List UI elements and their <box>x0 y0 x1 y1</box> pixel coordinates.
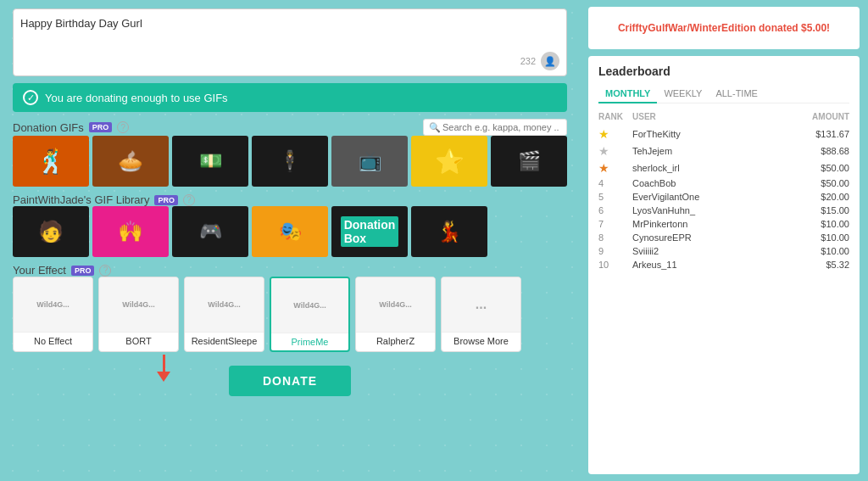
effect-thumb: ... <box>442 277 520 333</box>
leaderboard-row: 7 MrPinkertonn $10.00 <box>598 217 849 231</box>
rank-number: 7 <box>598 219 604 229</box>
leaderboard-row: ★ sherlock_irl $50.00 <box>598 159 849 176</box>
gif-thumb: 🕺 <box>13 136 89 187</box>
rank-icon: ★ <box>598 127 609 141</box>
pro-badge-gifs: PRO <box>89 122 113 132</box>
donate-area: DONATE <box>13 359 567 396</box>
header-amount: AMOUNT <box>798 112 849 121</box>
lb-username: Sviiiii2 <box>632 246 798 256</box>
gif-item[interactable]: 🎬 <box>491 136 567 187</box>
gif-thumb: 🎬 <box>491 136 567 187</box>
gif-item[interactable]: 🙌 <box>92 206 169 257</box>
effect-label: ResidentSleepe <box>185 333 264 350</box>
effect-card-no-effect[interactable]: Wild4G... No Effect <box>13 277 93 352</box>
arrow-indicator <box>157 355 170 382</box>
effect-label: PrimeMe <box>271 333 348 350</box>
pro-badge-effects: PRO <box>71 266 95 276</box>
lb-rank: 8 <box>598 232 632 243</box>
effect-card-browse-more[interactable]: ... Browse More <box>441 277 521 352</box>
effect-card-resident[interactable]: Wild4G... ResidentSleepe <box>184 277 264 352</box>
lb-username: Arkeus_11 <box>632 260 798 270</box>
leaderboard-row: 5 EverVigilantOne $20.00 <box>598 190 849 204</box>
donation-gifs-section: Donation GIFs PRO ? 🔍 🕺 🥧 💵 <box>13 119 567 187</box>
gif-item[interactable]: 🎮 <box>172 206 248 257</box>
leaderboard-box: Leaderboard MONTHLY WEEKLY ALL-TIME RANK… <box>588 56 860 474</box>
avatar: 👤 <box>541 52 559 70</box>
gif-thumb: 💵 <box>172 136 248 187</box>
library-gifs-header: PaintWithJade's GIF Library PRO ? <box>13 193 567 206</box>
lb-amount: $50.00 <box>798 163 849 173</box>
search-icon: 🔍 <box>429 122 441 133</box>
lb-amount: $131.67 <box>798 129 849 139</box>
gif-item[interactable]: 🧑 <box>13 206 89 257</box>
rank-number: 4 <box>598 178 604 188</box>
lb-rank: 10 <box>598 260 632 270</box>
help-icon-effects[interactable]: ? <box>99 265 111 277</box>
effect-card-primeme[interactable]: Wild4G... PrimeMe <box>270 277 350 352</box>
lb-username: LyosVanHuhn_ <box>632 205 798 215</box>
donation-banner: ✓ You are donating enough to use GIFs <box>13 83 567 112</box>
tab-all-time[interactable]: ALL-TIME <box>709 85 765 103</box>
effect-thumb: Wild4G... <box>271 278 348 333</box>
gif-thumb: DonationBox <box>331 206 408 257</box>
effect-label: Browse More <box>442 333 520 350</box>
lb-amount: $10.00 <box>798 246 849 256</box>
gif-item[interactable]: DonationBox <box>331 206 408 257</box>
library-gifs-section: PaintWithJade's GIF Library PRO ? 🧑 🙌 🎮 <box>13 193 567 257</box>
gif-thumb: 💃 <box>411 206 487 257</box>
donation-gif-grid: 🕺 🥧 💵 🕴 📺 <box>13 136 567 187</box>
lb-username: MrPinkertonn <box>632 219 798 229</box>
gif-thumb: 🙌 <box>92 206 169 257</box>
effect-thumb: Wild4G... <box>185 277 264 333</box>
rank-number: 9 <box>598 246 604 256</box>
gif-item[interactable]: 🥧 <box>92 136 169 187</box>
help-icon-library[interactable]: ? <box>183 194 195 206</box>
effects-label: Your Effect <box>13 264 66 277</box>
rank-icon: ★ <box>598 161 609 175</box>
gif-item[interactable]: 📺 <box>331 136 408 187</box>
message-text: Happy Birthday Day Gurl <box>20 16 559 31</box>
gif-thumb: 🎭 <box>252 206 328 257</box>
leaderboard-title: Leaderboard <box>598 64 849 78</box>
effect-card-ralpherz[interactable]: Wild4G... RalpherZ <box>355 277 436 352</box>
message-footer: 232 👤 <box>520 52 559 70</box>
donation-gifs-header: Donation GIFs PRO ? 🔍 <box>13 119 567 136</box>
rank-number: 10 <box>598 260 609 270</box>
gif-item[interactable]: ⭐ <box>411 136 487 187</box>
rank-number: 5 <box>598 192 604 202</box>
tab-monthly[interactable]: MONTHLY <box>598 85 657 103</box>
arrow-shaft <box>163 355 165 372</box>
lb-rank: ★ <box>598 144 632 158</box>
leaderboard-row: ★ ForTheKitty $131.67 <box>598 126 849 143</box>
rank-number: 6 <box>598 205 604 215</box>
effects-section: Your Effect PRO ? Wild4G... No Effect Wi… <box>13 264 567 352</box>
effect-label: BORT <box>99 333 178 350</box>
gif-item[interactable]: 🕴 <box>252 136 328 187</box>
leaderboard-row: 8 CynosureEPR $10.00 <box>598 231 849 244</box>
donate-button[interactable]: DONATE <box>229 366 351 396</box>
header-rank: RANK <box>598 112 632 121</box>
help-icon-gifs[interactable]: ? <box>117 121 129 133</box>
effect-card-bort[interactable]: Wild4G... BORT <box>98 277 179 352</box>
gif-item[interactable]: 🕺 <box>13 136 89 187</box>
leaderboard-row: ★ TehJejem $88.68 <box>598 143 849 159</box>
lb-username: ForTheKitty <box>632 129 798 139</box>
pro-badge-library: PRO <box>154 195 178 205</box>
effect-thumb: Wild4G... <box>14 277 92 333</box>
leaderboard-headers: RANK USER AMOUNT <box>598 110 849 123</box>
gif-item[interactable]: 💃 <box>411 206 487 257</box>
effect-thumb: Wild4G... <box>356 277 435 333</box>
lb-rank: ★ <box>598 161 632 175</box>
leaderboard-rows: ★ ForTheKitty $131.67 ★ TehJejem $88.68 … <box>598 126 849 271</box>
gif-thumb: 🥧 <box>92 136 169 187</box>
gif-thumb: 📺 <box>331 136 408 187</box>
leaderboard-tabs: MONTHLY WEEKLY ALL-TIME <box>598 85 849 103</box>
donation-banner-text: You are donating enough to use GIFs <box>45 92 228 104</box>
arrow-head <box>157 372 170 382</box>
left-panel: Happy Birthday Day Gurl 232 👤 ✓ You are … <box>0 0 580 481</box>
gif-search-input[interactable] <box>423 119 567 136</box>
effect-label: RalpherZ <box>356 333 435 350</box>
gif-item[interactable]: 💵 <box>172 136 248 187</box>
tab-weekly[interactable]: WEEKLY <box>657 85 709 103</box>
gif-item[interactable]: 🎭 <box>252 206 328 257</box>
